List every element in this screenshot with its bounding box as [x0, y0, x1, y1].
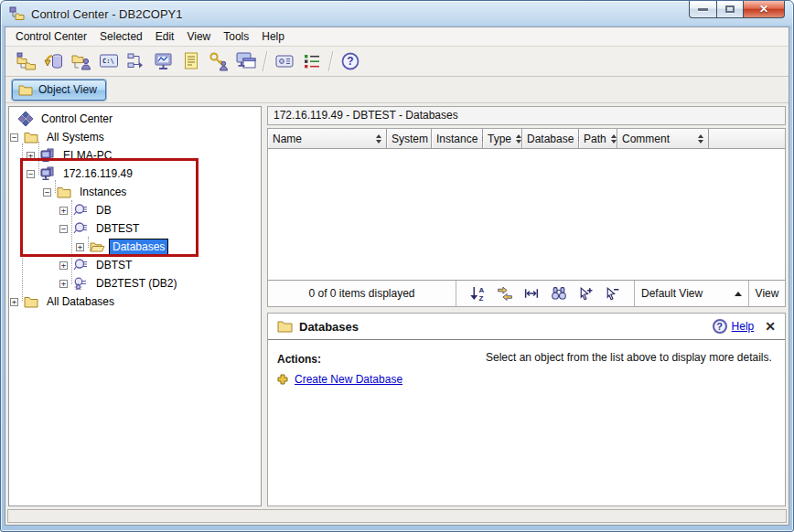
add-system-icon[interactable] — [68, 48, 95, 74]
tree-item-dbtst[interactable]: + DBTST — [9, 256, 261, 274]
column-header-instance[interactable]: Instance — [432, 129, 483, 148]
help-circle-icon[interactable]: ? — [713, 319, 727, 334]
expander-plus-icon[interactable]: + — [10, 298, 18, 306]
column-header-comment[interactable]: Comment — [617, 129, 709, 148]
tree-item-172-16-119-49[interactable]: − 172.16.119.49 — [9, 165, 261, 183]
sort-az-icon[interactable]: AZ — [470, 285, 487, 302]
details-body: Actions: Create New Database Select an o… — [268, 340, 785, 505]
column-label: Database — [527, 133, 574, 145]
instance-gear-icon — [72, 276, 89, 291]
tree-item-all-databases[interactable]: + All Databases — [9, 293, 261, 311]
maximize-icon — [725, 5, 735, 13]
column-label: Type — [488, 133, 511, 145]
view-button[interactable]: View — [748, 281, 785, 306]
create-database-link[interactable]: Create New Database — [295, 373, 402, 386]
instance-icon — [72, 258, 89, 272]
object-list-header: 172.16.119.49 - DBTEST - Databases — [267, 106, 786, 125]
expander-minus-icon[interactable]: − — [10, 133, 18, 142]
object-view-tab[interactable]: Object View — [12, 80, 106, 101]
app-window: Control Center - DB2COPY1 ✕ Control Cent… — [0, 0, 794, 532]
select-all-icon[interactable] — [577, 285, 594, 302]
folder-icon — [23, 294, 39, 309]
object-tree-icon[interactable] — [13, 48, 40, 74]
deselect-all-icon[interactable] — [604, 285, 620, 302]
details-header: Databases ? Help ✕ — [268, 314, 785, 340]
toolbar-separator — [328, 51, 335, 71]
title-bar: Control Center - DB2COPY1 ✕ — [1, 1, 793, 27]
column-header-type[interactable]: Type — [483, 129, 522, 148]
table-body-empty[interactable] — [268, 149, 785, 280]
expander-minus-icon[interactable]: − — [59, 225, 68, 233]
column-header-name[interactable]: Name — [268, 129, 387, 148]
activity-monitor-icon[interactable] — [150, 48, 177, 74]
legend-icon[interactable] — [298, 48, 326, 74]
minimize-button[interactable] — [689, 1, 716, 18]
filter-icon[interactable] — [497, 285, 513, 302]
expander-minus-icon[interactable]: − — [27, 170, 35, 178]
view-button-label: View — [756, 287, 779, 300]
open-folder-icon — [89, 239, 105, 254]
table-toolbar: AZ — [456, 281, 634, 306]
menu-tools[interactable]: Tools — [217, 28, 255, 45]
menu-view[interactable]: View — [180, 28, 217, 45]
authorities-icon[interactable] — [205, 48, 232, 74]
column-header-path[interactable]: Path — [579, 129, 617, 148]
object-table: Name System Instance Type — [267, 128, 786, 307]
control-center-icon — [17, 112, 34, 126]
view-selector-value: Default View — [641, 287, 703, 300]
tree-item-label: DBTST — [93, 258, 134, 272]
help-icon[interactable]: ? — [337, 48, 364, 74]
expander-minus-icon[interactable]: − — [43, 188, 51, 197]
object-view-label: Object View — [38, 83, 97, 96]
tools-windows-icon[interactable] — [232, 48, 260, 74]
svg-text:Z: Z — [479, 294, 484, 302]
tree-item-all-systems[interactable]: − All Systems — [9, 128, 261, 146]
status-bar — [7, 509, 787, 523]
menu-edit[interactable]: Edit — [149, 28, 181, 45]
table-status-bar: 0 of 0 items displayed AZ Default View — [268, 280, 785, 306]
minimize-icon — [698, 8, 708, 11]
menu-selected[interactable]: Selected — [93, 28, 149, 45]
app-icon — [9, 6, 26, 21]
expander-plus-icon[interactable]: + — [27, 152, 35, 160]
help-link[interactable]: Help — [732, 320, 755, 333]
find-icon[interactable] — [551, 285, 567, 302]
create-database-action[interactable]: Create New Database — [277, 373, 402, 386]
sort-icon — [376, 134, 381, 144]
expander-plus-icon[interactable]: + — [59, 280, 68, 288]
tree-item-db2test[interactable]: + DB2TEST (DB2) — [9, 274, 261, 293]
details-close-icon[interactable]: ✕ — [765, 319, 776, 334]
column-header-database[interactable]: Database — [522, 129, 579, 148]
column-label: Path — [584, 133, 606, 145]
folder-icon — [277, 320, 293, 333]
column-label: System — [392, 133, 428, 145]
menu-help[interactable]: Help — [255, 28, 291, 45]
refresh-icon[interactable] — [40, 48, 68, 74]
tree-item-control-center[interactable]: Control Center — [9, 110, 261, 128]
tree-item-label: Databases — [110, 239, 167, 254]
tree-item-db[interactable]: + DB — [9, 201, 261, 219]
tree-panel[interactable]: Control Center − All Systems + ELMA-PC −… — [8, 106, 262, 506]
command-editor-icon[interactable]: C:\ — [95, 48, 123, 74]
sort-icon — [698, 134, 703, 144]
svg-text:C:\: C:\ — [102, 58, 114, 65]
expander-plus-icon[interactable]: + — [59, 261, 68, 270]
caption-buttons: ✕ — [689, 1, 785, 18]
tree-item-databases[interactable]: + Databases — [9, 238, 261, 256]
expander-plus-icon[interactable]: + — [76, 243, 84, 251]
journal-icon[interactable] — [177, 48, 205, 74]
spinner-up-icon[interactable] — [735, 292, 742, 296]
tree-item-elma-pc[interactable]: + ELMA-PC — [9, 146, 261, 165]
menu-control-center[interactable]: Control Center — [9, 28, 93, 45]
tools-settings-icon[interactable] — [271, 48, 298, 74]
replication-icon[interactable] — [123, 48, 150, 74]
close-button[interactable]: ✕ — [743, 1, 785, 18]
tree-item-label: DB2TEST (DB2) — [93, 276, 179, 291]
tree-item-instances[interactable]: − Instances — [9, 183, 261, 201]
view-selector[interactable]: Default View — [634, 281, 748, 306]
maximize-button[interactable] — [716, 1, 743, 18]
column-header-system[interactable]: System — [387, 129, 432, 148]
expander-plus-icon[interactable]: + — [59, 207, 68, 215]
tree-item-dbtest[interactable]: − DBTEST — [9, 219, 261, 238]
expand-columns-icon[interactable] — [523, 285, 540, 302]
